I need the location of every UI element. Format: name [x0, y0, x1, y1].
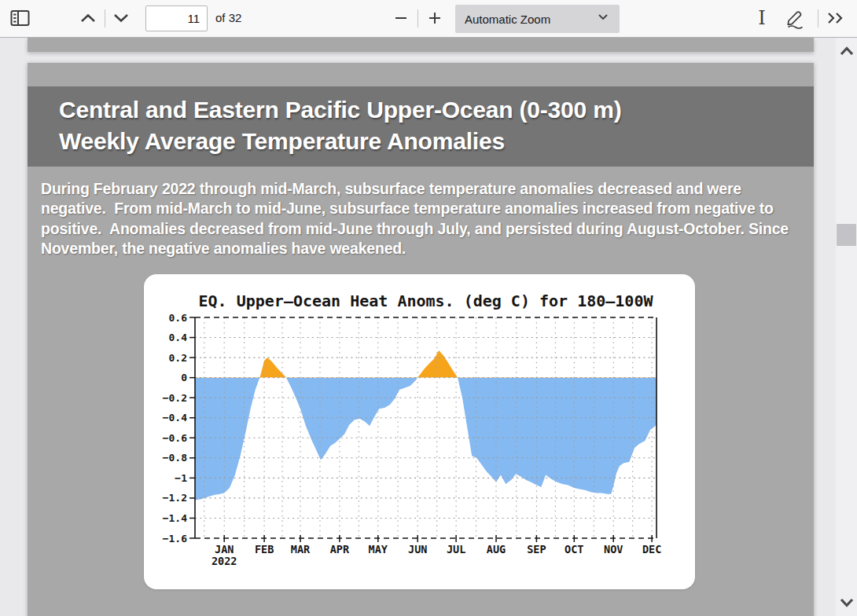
- draw-tool-icon: [785, 7, 807, 29]
- svg-text:2022: 2022: [211, 555, 237, 567]
- page-count-label: of 32: [215, 0, 241, 37]
- toolbar-separator: [417, 9, 418, 28]
- previous-page-button[interactable]: [75, 6, 101, 31]
- scroll-up-button[interactable]: [836, 41, 857, 61]
- svg-text:MAY: MAY: [369, 543, 388, 556]
- svg-text:0.2: 0.2: [169, 352, 187, 364]
- svg-text:−0.2: −0.2: [163, 392, 187, 404]
- scroll-up-icon: [839, 46, 855, 57]
- svg-text:−0.4: −0.4: [163, 412, 187, 424]
- pdf-page-11: Central and Eastern Pacific Upper-Ocean …: [28, 63, 814, 616]
- next-page-button[interactable]: [109, 6, 134, 31]
- zoom-out-button[interactable]: [388, 6, 414, 31]
- chart-panel: 0.60.40.20−0.2−0.4−0.6−0.8−1−1.2−1.4−1.6…: [144, 274, 695, 589]
- toolbar-separator: [105, 9, 105, 28]
- slide-title-line2: Weekly Average Temperature Anomalies: [59, 126, 790, 157]
- zoom-select-value: Automatic Zoom: [465, 13, 550, 26]
- svg-text:AUG: AUG: [487, 543, 506, 556]
- zoom-in-button[interactable]: [422, 6, 447, 31]
- text-tool-button[interactable]: I: [749, 6, 774, 31]
- svg-text:0.4: 0.4: [169, 332, 188, 343]
- svg-text:−1.4: −1.4: [163, 512, 187, 524]
- slide-title-band: Central and Eastern Pacific Upper-Ocean …: [28, 86, 814, 167]
- svg-text:−1.2: −1.2: [163, 492, 187, 504]
- svg-text:EQ. Upper–Ocean Heat Anoms. (d: EQ. Upper–Ocean Heat Anoms. (deg C) for …: [199, 292, 654, 310]
- svg-text:0.6: 0.6: [169, 312, 188, 324]
- sidebar-toggle-button[interactable]: [7, 6, 32, 31]
- zoom-out-icon: [394, 11, 408, 25]
- draw-tool-button[interactable]: [783, 6, 808, 31]
- svg-text:I: I: [758, 8, 765, 28]
- more-tools-icon: [826, 12, 847, 24]
- slide-title-line1: Central and Eastern Pacific Upper-Ocean …: [59, 94, 790, 126]
- slide-title: Central and Eastern Pacific Upper-Ocean …: [59, 94, 790, 157]
- svg-text:JUN: JUN: [408, 543, 427, 556]
- next-page-icon: [112, 13, 130, 23]
- slide-body-text: During February 2022 through mid-March, …: [41, 179, 802, 259]
- svg-text:NOV: NOV: [604, 543, 623, 556]
- svg-text:SEP: SEP: [527, 543, 546, 556]
- text-tool-icon: I: [756, 8, 768, 28]
- svg-text:APR: APR: [330, 543, 350, 556]
- scroll-down-button[interactable]: [836, 592, 857, 613]
- svg-text:OCT: OCT: [565, 543, 583, 556]
- scrollbar-thumb[interactable]: [837, 224, 856, 246]
- svg-text:JAN: JAN: [215, 543, 234, 556]
- zoom-in-icon: [428, 11, 442, 25]
- svg-text:−0.8: −0.8: [163, 452, 187, 464]
- scroll-down-icon: [839, 597, 855, 608]
- svg-text:MAR: MAR: [291, 543, 311, 556]
- pdf-viewer-area: Central and Eastern Pacific Upper-Ocean …: [0, 38, 836, 616]
- toolbar-separator: [818, 9, 818, 28]
- svg-text:−1.6: −1.6: [163, 533, 187, 544]
- svg-text:DEC: DEC: [642, 543, 661, 556]
- page-number-input[interactable]: [145, 6, 208, 31]
- zoom-select-chevron-icon: [598, 13, 609, 20]
- more-tools-button[interactable]: [824, 6, 849, 31]
- svg-text:−0.6: −0.6: [163, 432, 187, 444]
- sidebar-toggle-icon: [10, 9, 30, 27]
- previous-page-bottom-edge: [28, 38, 814, 52]
- svg-text:−1: −1: [175, 472, 187, 484]
- svg-text:0: 0: [181, 372, 187, 383]
- pdf-toolbar: of 32 Automatic Zoom I: [0, 0, 857, 38]
- zoom-select[interactable]: Automatic Zoom: [455, 5, 620, 33]
- vertical-scrollbar[interactable]: [836, 38, 857, 616]
- heat-anomaly-chart: 0.60.40.20−0.2−0.4−0.6−0.8−1−1.2−1.4−1.6…: [144, 274, 695, 589]
- svg-text:FEB: FEB: [255, 543, 274, 556]
- previous-page-icon: [79, 13, 97, 23]
- svg-text:JUL: JUL: [447, 543, 465, 556]
